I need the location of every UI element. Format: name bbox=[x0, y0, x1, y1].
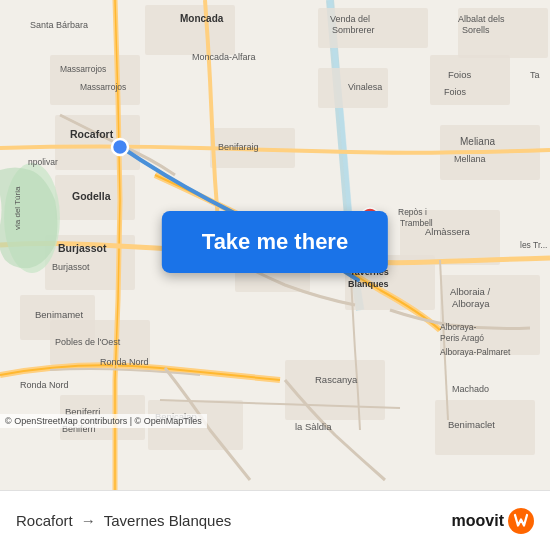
svg-point-68 bbox=[112, 139, 128, 155]
svg-text:Burjassot: Burjassot bbox=[52, 262, 90, 272]
svg-text:Ronda Nord: Ronda Nord bbox=[20, 380, 69, 390]
svg-rect-18 bbox=[285, 360, 385, 420]
svg-text:Godella: Godella bbox=[72, 190, 111, 202]
svg-text:Vinalesa: Vinalesa bbox=[348, 82, 382, 92]
svg-text:Santa Bárbara: Santa Bárbara bbox=[30, 20, 88, 30]
route-from: Rocafort bbox=[16, 512, 73, 529]
svg-text:Sorells: Sorells bbox=[462, 25, 490, 35]
svg-text:Blanques: Blanques bbox=[348, 279, 389, 289]
svg-text:Alboraya: Alboraya bbox=[452, 298, 490, 309]
svg-text:Venda del: Venda del bbox=[330, 14, 370, 24]
svg-text:Ronda Nord: Ronda Nord bbox=[100, 357, 149, 367]
svg-rect-8 bbox=[430, 55, 510, 105]
svg-text:Foios: Foios bbox=[444, 87, 467, 97]
svg-text:Alboraia /: Alboraia / bbox=[450, 286, 490, 297]
svg-text:Ta: Ta bbox=[530, 70, 540, 80]
svg-text:Benifaraig: Benifaraig bbox=[218, 142, 259, 152]
moovit-logo: moovit bbox=[452, 508, 534, 534]
svg-text:Pobles de l'Oest: Pobles de l'Oest bbox=[55, 337, 121, 347]
svg-text:Machado: Machado bbox=[452, 384, 489, 394]
svg-text:Peris Aragó: Peris Aragó bbox=[440, 333, 484, 343]
bottom-bar: Rocafort → Tavernes Blanques moovit bbox=[0, 490, 550, 550]
svg-text:Alboraya-: Alboraya- bbox=[440, 322, 477, 332]
svg-text:Benimamet: Benimamet bbox=[35, 309, 83, 320]
svg-text:Burjassot: Burjassot bbox=[58, 242, 107, 254]
svg-text:la Sàldia: la Sàldia bbox=[295, 421, 332, 432]
svg-text:Massarrojos: Massarrojos bbox=[60, 64, 106, 74]
svg-text:Moncada-Alfara: Moncada-Alfara bbox=[192, 52, 256, 62]
svg-rect-2 bbox=[50, 55, 140, 105]
svg-text:Rascanya: Rascanya bbox=[315, 374, 358, 385]
take-me-there-button[interactable]: Take me there bbox=[162, 211, 388, 273]
svg-text:Meliana: Meliana bbox=[460, 136, 495, 147]
svg-text:Massarrojos: Massarrojos bbox=[80, 82, 126, 92]
svg-text:Rocafort: Rocafort bbox=[70, 128, 114, 140]
svg-text:Albalat dels: Albalat dels bbox=[458, 14, 505, 24]
route-arrow: → bbox=[81, 512, 96, 529]
svg-text:les Tr...: les Tr... bbox=[520, 240, 547, 250]
map-container: Santa Bárbara Moncada Venda del Sombrere… bbox=[0, 0, 550, 490]
svg-text:Trambell: Trambell bbox=[400, 218, 433, 228]
svg-text:Repòs i: Repòs i bbox=[398, 207, 427, 217]
svg-text:npolivar: npolivar bbox=[28, 157, 58, 167]
osm-attribution: © OpenStreetMap contributors | © OpenMap… bbox=[0, 414, 207, 428]
svg-text:Benimaclet: Benimaclet bbox=[448, 419, 495, 430]
route-to: Tavernes Blanques bbox=[104, 512, 232, 529]
svg-text:Foios: Foios bbox=[448, 69, 471, 80]
svg-text:Mellana: Mellana bbox=[454, 154, 486, 164]
svg-text:via del Túria: via del Túria bbox=[13, 186, 22, 230]
svg-text:Sombrerer: Sombrerer bbox=[332, 25, 375, 35]
svg-text:Moncada: Moncada bbox=[180, 13, 224, 24]
moovit-icon bbox=[508, 508, 534, 534]
svg-text:Alboraya-Palmaret: Alboraya-Palmaret bbox=[440, 347, 511, 357]
moovit-text: moovit bbox=[452, 512, 504, 530]
